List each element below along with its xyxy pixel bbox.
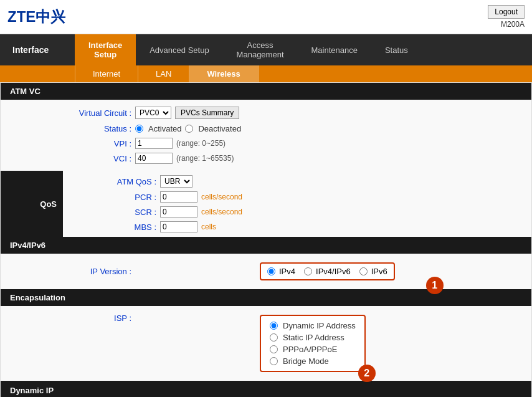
- vpi-row: VPI : (range: 0~255): [1, 136, 531, 151]
- content-area: ATM VC Virtual Circuit : PVC0 PVCs Summa…: [0, 82, 532, 397]
- static-ip-radio[interactable]: [270, 333, 278, 342]
- ipv4ipv6-header: IPv4/IPv6: [1, 237, 531, 254]
- dynamic-ip-label: Dynamic IP Address: [283, 321, 356, 330]
- ipv4-label: IPv4: [279, 267, 295, 276]
- ipv6-option[interactable]: IPv6: [359, 267, 387, 276]
- badge-1: 1: [426, 277, 444, 294]
- mbs-unit: cells: [201, 222, 216, 231]
- ipv4-radio[interactable]: [267, 267, 275, 275]
- scr-input[interactable]: [160, 206, 197, 218]
- pcr-value: cells/second: [160, 191, 242, 203]
- bridge-mode-label: Bridge Mode: [283, 356, 329, 366]
- ipv6-radio[interactable]: [359, 267, 368, 275]
- virtual-circuit-value: PVC0 PVCs Summary: [135, 107, 239, 119]
- nav-tab-interface-setup[interactable]: InterfaceSetup: [75, 34, 136, 65]
- nav-tab-maintenance[interactable]: Maintenance: [298, 34, 371, 65]
- encapsulation-body: ISP : Dynamic IP Address Static IP Addre…: [1, 306, 531, 381]
- nav-tab-access-management[interactable]: AccessManagement: [223, 34, 298, 65]
- vpi-input[interactable]: [135, 138, 173, 149]
- pcr-row: PCR : cells/second: [63, 189, 531, 204]
- vci-range: (range: 1~65535): [176, 154, 234, 163]
- ipv4ipv6-option[interactable]: IPv4/IPv6: [304, 267, 351, 276]
- pppoa-pppoe-radio[interactable]: [270, 345, 278, 353]
- status-deactivated-text: Deactivated: [198, 124, 241, 133]
- status-deactivated-radio[interactable]: [185, 125, 193, 133]
- mbs-row: MBS : cells: [63, 219, 531, 234]
- dynamic-ip-radio[interactable]: [270, 322, 278, 330]
- virtual-circuit-label: Virtual Circuit :: [50, 108, 131, 118]
- nav-tab-advanced-setup[interactable]: Advanced Setup: [136, 34, 222, 65]
- vci-value: (range: 1~65535): [135, 153, 234, 164]
- ip-version-badge-wrapper: IPv4 IPv4/IPv6 IPv6 1: [135, 260, 432, 283]
- status-label: Status :: [50, 124, 131, 133]
- atm-qos-value: UBR: [160, 175, 192, 188]
- nav-tab-status[interactable]: Status: [371, 34, 422, 65]
- ipv6-label: IPv6: [371, 267, 387, 276]
- ip-version-label: IP Version :: [50, 267, 131, 276]
- virtual-circuit-select[interactable]: PVC0: [135, 107, 171, 119]
- top-right: Logout M200A: [488, 5, 525, 29]
- mbs-value: cells: [160, 221, 216, 232]
- status-activated-text: Activated: [148, 124, 181, 133]
- mbs-label: MBS :: [75, 222, 156, 232]
- isp-badge-wrapper: Dynamic IP Address Static IP Address PPP…: [135, 311, 366, 376]
- vci-input[interactable]: [135, 153, 173, 164]
- mbs-input[interactable]: [160, 221, 197, 232]
- atm-vc-header: ATM VC: [1, 83, 531, 100]
- pcr-input[interactable]: [160, 191, 197, 203]
- vpi-label: VPI :: [50, 139, 131, 148]
- badge-2: 2: [358, 365, 376, 382]
- main-nav: Interface InterfaceSetup Advanced Setup …: [0, 34, 532, 65]
- ipv4ipv6-body: IP Version : IPv4 IPv4/IPv6 IPv6: [1, 254, 531, 289]
- model-label: M200A: [501, 20, 525, 29]
- vpi-range: (range: 0~255): [176, 139, 226, 148]
- scr-unit: cells/second: [201, 208, 242, 216]
- ipv4ipv6-label: IPv4/IPv6: [316, 267, 351, 276]
- vpi-value: (range: 0~255): [135, 138, 226, 149]
- status-value: Activated Deactivated: [135, 124, 241, 133]
- qos-body: ATM QoS : UBR PCR : cells/second SCR :: [63, 171, 531, 237]
- sub-tab-internet[interactable]: Internet: [75, 65, 138, 82]
- scr-label: SCR :: [75, 208, 156, 217]
- sub-nav: Internet LAN Wireless: [0, 65, 532, 82]
- atm-qos-label: ATM QoS :: [75, 177, 156, 186]
- encapsulation-header: Encapsulation: [1, 289, 531, 306]
- vci-row: VCI : (range: 1~65535): [1, 151, 531, 166]
- atm-qos-row: ATM QoS : UBR: [63, 173, 531, 189]
- brand-logo: ZTE中兴: [7, 7, 65, 27]
- isp-options: Dynamic IP Address Static IP Address PPP…: [260, 315, 366, 372]
- isp-label: ISP :: [50, 311, 131, 323]
- ipv4ipv6-radio[interactable]: [304, 267, 312, 275]
- static-ip-option[interactable]: Static IP Address: [270, 332, 356, 343]
- logout-button[interactable]: Logout: [488, 5, 525, 19]
- pppoa-pppoe-option[interactable]: PPPoA/PPPoE: [270, 343, 356, 355]
- bridge-mode-option[interactable]: Bridge Mode: [270, 355, 356, 367]
- vci-label: VCI :: [50, 154, 131, 163]
- ip-version-options: IPv4 IPv4/IPv6 IPv6: [260, 262, 395, 280]
- pcr-unit: cells/second: [201, 193, 242, 201]
- qos-section-wrap: QoS ATM QoS : UBR PCR : cells/second SCR…: [1, 171, 531, 237]
- dynamic-ip-option[interactable]: Dynamic IP Address: [270, 320, 356, 332]
- ipv4-option[interactable]: IPv4: [267, 267, 295, 276]
- pcr-label: PCR :: [75, 193, 156, 202]
- nav-interface-label: Interface: [0, 34, 75, 65]
- atm-qos-select[interactable]: UBR: [160, 175, 192, 188]
- scr-value: cells/second: [160, 206, 242, 218]
- sub-tab-wireless[interactable]: Wireless: [189, 65, 258, 82]
- atm-vc-body: Virtual Circuit : PVC0 PVCs Summary Stat…: [1, 100, 531, 171]
- status-row: Status : Activated Deactivated: [1, 121, 531, 136]
- qos-header: QoS: [1, 171, 63, 237]
- pppoa-pppoe-label: PPPoA/PPPoE: [283, 345, 337, 354]
- nav-tabs: InterfaceSetup Advanced Setup AccessMana…: [75, 34, 532, 65]
- top-bar: ZTE中兴 Logout M200A: [0, 0, 532, 34]
- bridge-mode-radio[interactable]: [270, 357, 278, 365]
- dynamic-ip-header: Dynamic IP: [1, 381, 531, 397]
- pvcs-summary-button[interactable]: PVCs Summary: [175, 107, 239, 119]
- virtual-circuit-row: Virtual Circuit : PVC0 PVCs Summary: [1, 105, 531, 121]
- sub-tab-lan[interactable]: LAN: [138, 65, 189, 82]
- status-activated-radio[interactable]: [135, 125, 143, 133]
- scr-row: SCR : cells/second: [63, 204, 531, 219]
- static-ip-label: Static IP Address: [283, 333, 344, 342]
